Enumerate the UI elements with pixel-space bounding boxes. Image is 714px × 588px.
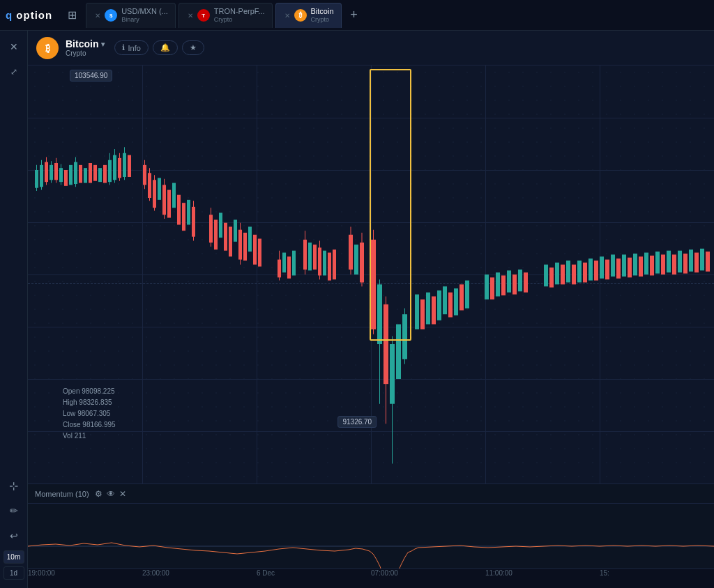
svg-rect-50: [219, 212, 222, 238]
svg-rect-124: [633, 254, 637, 275]
tron-tab-icon: T: [197, 9, 210, 22]
svg-rect-108: [544, 265, 548, 286]
action-buttons: ℹ Info 🔔 ★: [114, 40, 204, 55]
svg-rect-131: [672, 254, 676, 274]
svg-rect-16: [79, 165, 82, 183]
svg-rect-119: [605, 260, 609, 280]
svg-rect-62: [282, 253, 286, 273]
svg-rect-113: [572, 265, 576, 285]
svg-rect-95: [443, 286, 447, 314]
indicator-panel: Momentum (10) ⚙ 👁 ✕ 19:00:00 23:00:00: [28, 483, 714, 588]
svg-rect-107: [524, 272, 528, 293]
main-chart-panel: ₿ Bitcoin ▾ Crypto ℹ Info 🔔 ★: [28, 31, 714, 588]
timeframe-1d-btn[interactable]: 1d: [3, 566, 24, 580]
svg-rect-43: [182, 203, 185, 231]
svg-rect-114: [577, 261, 582, 282]
time-label-2: 23:00:00: [142, 569, 169, 577]
svg-rect-116: [588, 258, 593, 280]
add-tab-button[interactable]: +: [344, 6, 364, 25]
cursor-tool[interactable]: ⊹: [3, 475, 24, 496]
svg-rect-117: [594, 261, 598, 281]
indicator-header: Momentum (10) ⚙ 👁 ✕: [28, 484, 714, 504]
svg-rect-63: [287, 256, 291, 278]
close-panel-button[interactable]: ✕: [3, 36, 24, 57]
svg-rect-49: [214, 219, 218, 249]
svg-rect-72: [328, 253, 331, 281]
svg-rect-110: [555, 263, 559, 284]
svg-rect-52: [229, 226, 232, 256]
left-toolbar: ✕ ⤢ ⊹ ✏ ↩ 10m 1d: [0, 31, 28, 588]
undo-tool[interactable]: ↩: [3, 525, 24, 546]
svg-rect-97: [454, 288, 458, 316]
info-icon: ℹ: [122, 43, 125, 52]
time-label-1: 19:00:00: [28, 569, 55, 577]
tron-tab-info: TRON-PerpF... Crypto: [214, 7, 265, 24]
svg-rect-57: [248, 226, 252, 252]
svg-rect-134: [689, 249, 693, 271]
pencil-tool[interactable]: ✏: [3, 500, 24, 521]
svg-rect-129: [661, 254, 665, 274]
close-tab-bitcoin-icon[interactable]: ✕: [284, 12, 290, 20]
svg-rect-137: [706, 252, 710, 272]
indicator-close-icon[interactable]: ✕: [119, 489, 126, 499]
bell-icon: 🔔: [160, 43, 170, 52]
svg-rect-17: [84, 168, 87, 183]
svg-rect-64: [292, 251, 296, 276]
close-tab-tron-icon[interactable]: ✕: [188, 12, 193, 20]
svg-rect-51: [224, 223, 227, 251]
svg-rect-123: [628, 258, 632, 278]
svg-rect-73: [333, 249, 336, 279]
svg-rect-136: [700, 249, 704, 270]
tab-tron[interactable]: ✕ T TRON-PerpF... Crypto: [178, 3, 273, 28]
svg-rect-101: [490, 277, 494, 299]
symbol-name: Bitcoin ▾: [66, 38, 105, 49]
close-tab-usd-mxn-icon[interactable]: ✕: [95, 12, 100, 20]
svg-rect-112: [566, 261, 570, 282]
svg-rect-126: [644, 253, 648, 274]
svg-rect-12: [64, 170, 68, 186]
grid-icon[interactable]: ⊞: [61, 4, 83, 26]
svg-rect-76: [354, 245, 358, 274]
time-label-4: 07:00:00: [371, 569, 398, 577]
time-label-5: 11:00:00: [485, 569, 512, 577]
svg-rect-115: [583, 263, 587, 283]
indicator-name: Momentum (10): [35, 490, 89, 498]
svg-rect-59: [258, 239, 261, 267]
dropdown-icon[interactable]: ▾: [101, 40, 105, 48]
svg-rect-135: [694, 253, 699, 273]
bell-button[interactable]: 🔔: [153, 40, 178, 55]
svg-rect-37: [158, 178, 161, 199]
svg-rect-120: [611, 254, 615, 276]
tab-bitcoin[interactable]: ✕ ₿ Bitcoin Crypto: [275, 3, 342, 28]
svg-rect-58: [253, 235, 257, 265]
svg-rect-111: [561, 265, 565, 285]
svg-rect-18: [89, 163, 92, 183]
symbol-header: ₿ Bitcoin ▾ Crypto ℹ Info 🔔 ★: [28, 31, 714, 65]
app-logo: q option: [6, 9, 52, 21]
svg-rect-118: [600, 256, 604, 278]
indicator-visibility-icon[interactable]: 👁: [107, 489, 115, 499]
svg-rect-68: [313, 245, 317, 270]
time-label-6: 15:: [600, 569, 609, 577]
svg-rect-13: [69, 165, 73, 185]
info-button[interactable]: ℹ Info: [114, 40, 148, 55]
star-button[interactable]: ★: [182, 40, 204, 55]
svg-rect-102: [496, 272, 500, 296]
indicator-settings-icon[interactable]: ⚙: [95, 489, 102, 499]
top-navbar: q option ⊞ ✕ $ USD/MXN (... Binary ✕ T T…: [0, 0, 714, 31]
svg-rect-130: [667, 251, 671, 272]
svg-rect-99: [465, 281, 469, 309]
svg-rect-44: [187, 200, 190, 225]
chart-canvas[interactable]: 103546.90 91326.70: [28, 65, 714, 483]
expand-button[interactable]: ⤢: [3, 61, 24, 82]
svg-rect-132: [678, 251, 682, 272]
svg-rect-92: [426, 293, 430, 325]
svg-rect-96: [448, 293, 453, 318]
usd-tab-info: USD/MXN (... Binary: [121, 7, 168, 24]
tab-usd-mxn[interactable]: ✕ $ USD/MXN (... Binary: [86, 3, 176, 28]
timeframe-10m-btn[interactable]: 10m: [3, 550, 24, 564]
bitcoin-icon: ₿: [36, 37, 59, 59]
svg-rect-56: [243, 233, 247, 261]
svg-rect-93: [432, 296, 436, 324]
svg-rect-133: [683, 254, 688, 274]
